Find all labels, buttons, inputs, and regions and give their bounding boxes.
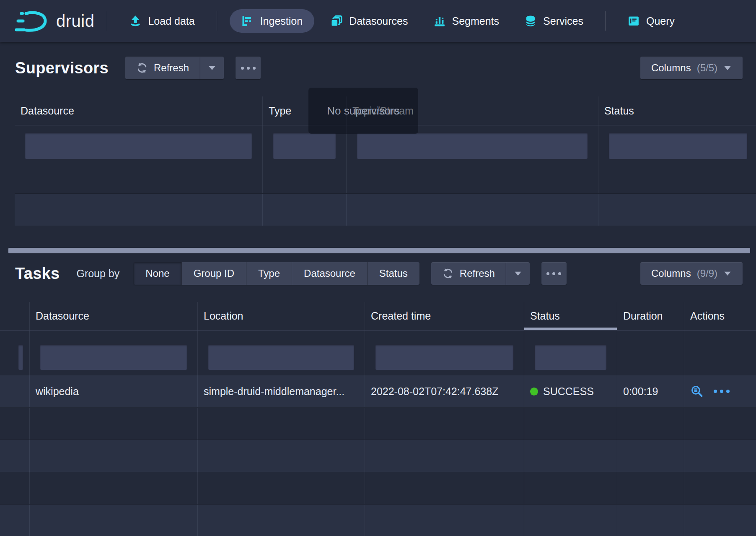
nav-divider [107, 11, 107, 31]
column-header-datasource[interactable]: Datasource [30, 302, 198, 330]
more-icon [241, 67, 256, 70]
columns-count: (5/5) [697, 62, 717, 74]
nav-item-ingestion[interactable]: Ingestion [230, 9, 314, 33]
column-header-status[interactable]: Status [524, 302, 617, 330]
gantt-chart-icon [241, 15, 254, 27]
top-nav: druid Load data Ingestion Datasources [0, 0, 756, 42]
nav-item-load-data[interactable]: Load data [120, 9, 204, 33]
database-icon [524, 15, 537, 27]
clipped-filter-input[interactable] [18, 344, 23, 370]
tasks-title: Tasks [15, 265, 60, 283]
column-header-topic-stream[interactable]: Topic/Stream [347, 96, 598, 125]
refresh-label: Refresh [154, 62, 189, 74]
status-filter-input[interactable] [534, 344, 607, 370]
refresh-button[interactable]: Refresh [431, 262, 506, 285]
tasks-header: Tasks Group by None Group ID Type Dataso… [15, 262, 743, 285]
nav-item-segments[interactable]: Segments [424, 9, 509, 33]
nav-item-label: Query [646, 15, 675, 27]
actions-cell [684, 375, 756, 407]
group-by-type-button[interactable]: Type [246, 262, 292, 285]
supervisors-header: Supervisors Refresh [15, 56, 743, 80]
column-header-location[interactable]: Location [198, 302, 365, 330]
layers-icon [330, 15, 343, 27]
group-by-group-id-button[interactable]: Group ID [181, 262, 246, 285]
column-header-status[interactable]: Status [598, 96, 756, 125]
refresh-interval-caret-button[interactable] [506, 262, 530, 285]
status-filter-input[interactable] [608, 133, 748, 159]
console-icon [627, 15, 640, 27]
datasource-filter-input[interactable] [40, 344, 187, 370]
sort-indicator [524, 328, 617, 330]
empty-table-row [0, 505, 756, 536]
status-badge: SUCCESS [543, 385, 594, 398]
brand-name: druid [56, 12, 94, 31]
nav-divider [605, 11, 606, 31]
brand[interactable]: druid [15, 9, 94, 33]
refresh-interval-caret-button[interactable] [200, 57, 224, 79]
created-time-filter-input[interactable] [375, 344, 514, 370]
supervisors-filter-row [15, 125, 756, 161]
supervisors-refresh-split: Refresh [125, 57, 224, 79]
column-header-datasource[interactable]: Datasource [15, 96, 263, 125]
tasks-header-row: Datasource Location Created time Status … [0, 302, 756, 330]
supervisors-header-row: Datasource Type Topic/Stream Status [15, 96, 756, 125]
column-header-clipped[interactable] [0, 302, 30, 330]
tasks-filter-row [0, 330, 756, 375]
topic-stream-filter-input[interactable] [357, 133, 588, 159]
refresh-icon [442, 268, 454, 279]
upload-icon [129, 15, 142, 27]
status-dot-icon [530, 388, 538, 395]
supervisors-more-button[interactable] [236, 57, 261, 79]
supervisors-columns-button[interactable]: Columns (5/5) [640, 57, 743, 79]
empty-table-row [0, 440, 756, 472]
druid-logo-icon [15, 9, 50, 33]
nav-item-label: Ingestion [260, 15, 303, 27]
supervisors-title: Supervisors [15, 59, 109, 77]
tasks-table: Datasource Location Created time Status … [0, 302, 756, 536]
more-icon [546, 272, 561, 275]
group-by-label: Group by [76, 268, 119, 280]
caret-down-icon [723, 65, 732, 71]
nav-item-label: Load data [148, 15, 194, 27]
group-by-status-button[interactable]: Status [367, 262, 419, 285]
empty-table-row [15, 194, 756, 226]
type-filter-input[interactable] [273, 133, 336, 159]
nav-divider [217, 11, 217, 31]
columns-label: Columns [651, 62, 691, 74]
nav-item-services[interactable]: Services [515, 9, 593, 33]
supervisors-section: Supervisors Refresh [0, 56, 756, 253]
datasource-filter-input[interactable] [25, 133, 252, 159]
caret-down-icon [514, 271, 522, 276]
caret-down-icon [208, 65, 216, 71]
refresh-label: Refresh [460, 268, 495, 279]
empty-table-row [0, 408, 756, 440]
nav-item-datasources[interactable]: Datasources [321, 9, 417, 33]
group-by-button-group: None Group ID Type Datasource Status [134, 262, 419, 285]
horizontal-scrollbar[interactable] [8, 248, 750, 253]
columns-count: (9/9) [697, 268, 717, 279]
column-header-type[interactable]: Type [263, 96, 347, 125]
tasks-more-button[interactable] [541, 262, 567, 285]
column-header-duration[interactable]: Duration [617, 302, 684, 330]
column-header-actions[interactable]: Actions [684, 302, 756, 330]
status-cell: SUCCESS [524, 375, 617, 407]
column-header-created-time[interactable]: Created time [365, 302, 524, 330]
group-by-none-button[interactable]: None [134, 262, 181, 285]
location-cell: simple-druid-middlemanager... [198, 375, 365, 407]
refresh-button[interactable]: Refresh [125, 57, 200, 79]
row-more-icon[interactable] [714, 390, 730, 393]
tasks-columns-button[interactable]: Columns (9/9) [640, 262, 743, 285]
nav-item-query[interactable]: Query [618, 9, 684, 33]
group-by-datasource-button[interactable]: Datasource [292, 262, 367, 285]
nav-item-label: Services [543, 15, 583, 27]
nav-item-label: Datasources [349, 15, 408, 27]
empty-table-row [15, 161, 756, 194]
nav-item-label: Segments [452, 15, 500, 27]
columns-label: Columns [651, 268, 691, 279]
location-filter-input[interactable] [208, 344, 355, 370]
tasks-section: Tasks Group by None Group ID Type Dataso… [0, 262, 756, 536]
table-row[interactable]: wikipedia simple-druid-middlemanager... … [0, 375, 756, 408]
empty-table-row [0, 472, 756, 505]
search-detail-icon[interactable] [690, 385, 704, 398]
datasource-cell: wikipedia [30, 375, 198, 407]
